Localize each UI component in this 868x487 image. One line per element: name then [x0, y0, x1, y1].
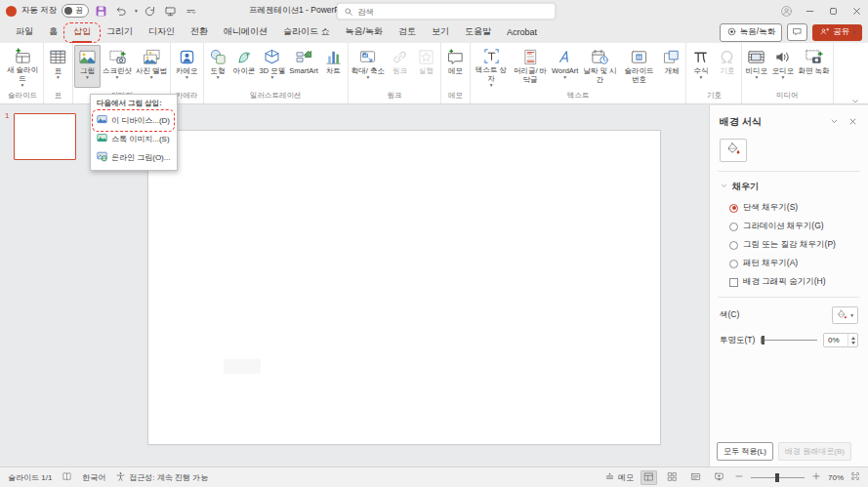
maximize-button[interactable]: [821, 0, 845, 21]
title-bar: 자동 저장 끔 ▾ 프레젠테이션1 - PowerPoint: [0, 0, 868, 21]
zoom-level[interactable]: 70%: [828, 473, 844, 482]
fill-option-solid-fill[interactable]: 단색 채우기(S): [729, 202, 858, 214]
comment-bubble-icon: [792, 23, 803, 41]
ribbon-button-cameo[interactable]: 카메오▾: [174, 45, 200, 88]
close-button[interactable]: [845, 0, 868, 21]
ribbon-button-shapes[interactable]: 도형▾: [205, 45, 231, 88]
panel-chevron-down-icon[interactable]: [829, 113, 840, 131]
ribbon-button-chart[interactable]: 차트: [320, 45, 347, 88]
ribbon-button-video[interactable]: 비디오▾: [743, 45, 769, 88]
share-button[interactable]: 공유 ▾: [812, 24, 862, 41]
ribbon-group-label: 텍스트: [472, 90, 684, 103]
account-avatar[interactable]: [774, 0, 798, 21]
language-button[interactable]: 한국어: [82, 472, 105, 483]
ribbon-group-label: 일러스트레이션: [205, 90, 347, 103]
tab-view[interactable]: 보기: [424, 21, 457, 43]
ribbon-button-object[interactable]: 개체: [658, 45, 684, 88]
radio-selected-icon[interactable]: [729, 204, 738, 213]
ribbon-button-header-footer[interactable]: 머리글/ 바닥글: [511, 45, 550, 88]
ribbon-button-photo-album[interactable]: 사진 앨범▾: [134, 45, 169, 88]
checkbox-icon[interactable]: [729, 278, 738, 287]
tab-file[interactable]: 파일: [8, 21, 41, 43]
fill-section-header[interactable]: 채우기: [720, 181, 858, 193]
redo-button[interactable]: [143, 3, 158, 19]
slide-thumbnail[interactable]: [14, 113, 76, 160]
divider: [718, 297, 860, 298]
radio-icon[interactable]: [729, 223, 738, 231]
undo-button[interactable]: [114, 3, 130, 19]
save-icon[interactable]: [94, 3, 109, 19]
ribbon-button-pictures[interactable]: 그림▾: [74, 45, 101, 88]
zoom-slider[interactable]: [751, 477, 805, 478]
start-presentation-button[interactable]: [163, 3, 179, 19]
dropdown-caret-icon: ▾: [756, 75, 759, 81]
ribbon-button-wordart[interactable]: WordArt▾: [550, 45, 580, 88]
view-slideshow-button[interactable]: [711, 470, 727, 485]
ribbon-button-screen-recording[interactable]: 화면 녹화: [796, 45, 831, 88]
view-slide-sorter-button[interactable]: [664, 470, 681, 485]
ribbon-button-audio[interactable]: 오디오▾: [769, 45, 796, 88]
record-toggle-button[interactable]: 녹음/녹화: [720, 23, 782, 42]
notes-button[interactable]: 메모: [604, 471, 634, 484]
radio-icon[interactable]: [729, 260, 738, 268]
transparency-value: 0%: [824, 336, 847, 345]
menu-item-online-pictures[interactable]: 온라인 그림(O)...: [91, 148, 177, 167]
menu-item-stock-images[interactable]: 스톡 이미지...(S): [91, 130, 177, 148]
ribbon-button-text-box[interactable]: 텍스트 상자▾: [472, 45, 511, 88]
zoom-in-button[interactable]: [811, 471, 821, 483]
ribbon-button-slide-number[interactable]: 슬라이드 번호: [619, 45, 658, 88]
ribbon-button-comment[interactable]: 메모: [442, 45, 469, 88]
slider-thumb[interactable]: [762, 336, 765, 345]
ribbon-button-3d-models[interactable]: 3D 모델▾: [258, 45, 288, 88]
view-reading-button[interactable]: [687, 470, 704, 485]
undo-caret-icon[interactable]: ▾: [135, 8, 138, 14]
slide-indicator[interactable]: 슬라이드 1/1: [8, 472, 52, 483]
ribbon-button-table[interactable]: 표▾: [45, 45, 71, 88]
accessibility-status[interactable]: 접근성: 계속 진행 가능: [115, 471, 208, 484]
zoom-slider-thumb[interactable]: [775, 473, 779, 482]
minimize-button[interactable]: [798, 0, 821, 21]
ribbon-button-date-time[interactable]: 날짜 및 시간: [580, 45, 619, 88]
tab-help[interactable]: 도움말: [457, 21, 499, 43]
fill-option-pattern-fill[interactable]: 패턴 채우기(A): [729, 258, 858, 269]
ribbon-button-equation[interactable]: 수식▾: [687, 45, 714, 88]
slide-canvas[interactable]: [148, 131, 660, 444]
autosave-toggle[interactable]: 끔: [62, 4, 89, 18]
collapse-ribbon-button[interactable]: [850, 93, 860, 484]
ribbon-button-label: 실행: [419, 66, 434, 75]
tab-animations[interactable]: 애니메이션: [216, 21, 275, 43]
search-box[interactable]: [337, 3, 556, 20]
tab-transitions[interactable]: 전환: [183, 21, 216, 43]
fill-option-hide-background-graphics[interactable]: 배경 그래픽 숨기기(H): [729, 276, 858, 288]
tab-home[interactable]: 홈: [41, 21, 65, 43]
ribbon-button-smartart[interactable]: SmartArt: [287, 45, 320, 88]
fill-option-picture-texture-fill[interactable]: 그림 또는 질감 채우기(P): [729, 239, 858, 251]
tab-review[interactable]: 검토: [391, 21, 424, 43]
tab-acrobat[interactable]: Acrobat: [499, 23, 545, 42]
ribbon-button-icons[interactable]: 아이콘: [231, 45, 258, 88]
ribbon-group-label: 미디어: [743, 90, 831, 103]
tab-insert[interactable]: 삽입: [65, 21, 99, 43]
view-normal-button[interactable]: [641, 470, 657, 485]
radio-icon[interactable]: [729, 241, 738, 250]
tab-record[interactable]: 녹음/녹화: [338, 21, 392, 43]
fill-option-gradient-fill[interactable]: 그라데이션 채우기(G): [729, 221, 858, 232]
equation-icon: [691, 47, 710, 66]
search-input[interactable]: [357, 7, 549, 17]
zoom-out-button[interactable]: [734, 471, 744, 483]
tab-slide-show[interactable]: 슬라이드 쇼: [275, 21, 338, 43]
ribbon-button-screenshot[interactable]: 스크린샷▾: [101, 45, 134, 88]
menu-item-this-device[interactable]: 이 디바이스...(D): [91, 111, 177, 130]
ribbon-group-slides: 새 슬라이드▾슬라이드: [2, 43, 44, 103]
tab-draw[interactable]: 그리기: [99, 21, 141, 43]
ribbon-button-new-slide[interactable]: 새 슬라이드▾: [3, 45, 42, 88]
spell-check-button[interactable]: [62, 471, 72, 484]
autosave-state: 끔: [75, 6, 83, 16]
transparency-slider[interactable]: [761, 340, 817, 341]
fill-bucket-button[interactable]: [720, 139, 747, 162]
ribbon-button-zoom[interactable]: 확대/ 축소▾: [350, 45, 387, 88]
apply-to-all-button[interactable]: 모두 적용(L): [717, 442, 773, 461]
comments-button[interactable]: [787, 23, 807, 41]
quick-access-overflow-icon[interactable]: [184, 3, 199, 19]
tab-design[interactable]: 디자인: [141, 21, 183, 43]
